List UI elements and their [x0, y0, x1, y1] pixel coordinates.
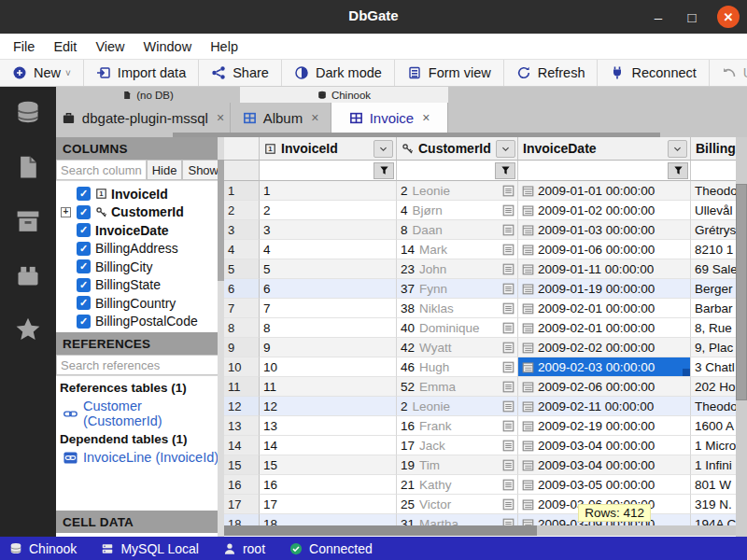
cell-invoicedate[interactable]: 2009-03-04 00:00:00: [518, 455, 691, 475]
cell-customerid[interactable]: 52Emma: [397, 377, 518, 397]
menu-item-window[interactable]: Window: [134, 39, 202, 54]
cell-invoiceid[interactable]: 4: [260, 240, 397, 259]
cell-invoiceid[interactable]: 1: [260, 181, 397, 201]
cell-customerid[interactable]: 46Hugh: [397, 357, 518, 377]
filter-menu-button[interactable]: [374, 162, 394, 179]
row-number-cell[interactable]: 10: [224, 357, 260, 377]
menu-item-file[interactable]: File: [4, 39, 44, 54]
sidebar-database-icon[interactable]: [15, 100, 41, 126]
close-tab-icon[interactable]: ×: [311, 110, 318, 125]
column-header-customerid[interactable]: CustomerId: [397, 137, 518, 161]
row-number-cell[interactable]: 3: [224, 220, 260, 240]
statusbar-item-root[interactable]: root: [223, 541, 265, 556]
column-checkbox[interactable]: ✓: [77, 242, 91, 256]
grid-horizontal-scrollbar[interactable]: [224, 525, 736, 536]
grid-vertical-scrollbar[interactable]: [736, 137, 747, 537]
refresh-button[interactable]: Refresh: [504, 60, 599, 86]
cell-invoiceid[interactable]: 12: [260, 397, 397, 416]
menu-item-help[interactable]: Help: [201, 39, 247, 54]
un-button[interactable]: Un: [710, 60, 747, 86]
cell-customerid[interactable]: 2Leonie: [397, 397, 518, 416]
cell-customerid[interactable]: 40Dominique: [397, 318, 518, 338]
statusbar-item-mysql-local[interactable]: MySQL Local: [101, 541, 199, 556]
cell-invoicedate-selected[interactable]: 2009-02-03 00:00:00: [518, 357, 691, 377]
cell-invoiceid[interactable]: 8: [260, 318, 397, 338]
cell-invoiceid[interactable]: 13: [260, 416, 397, 436]
filter-input-invoiceid[interactable]: [261, 162, 374, 179]
row-number-cell[interactable]: 9: [224, 338, 260, 357]
filter-input-invoicedate[interactable]: [520, 162, 668, 179]
grid-vertical-scrollbar-thumb[interactable]: [736, 184, 747, 400]
left-panel-scrollbar[interactable]: [218, 137, 224, 537]
sidebar-archive-icon[interactable]: [15, 208, 41, 234]
tab-album[interactable]: Album×: [231, 103, 331, 133]
cell-invoiceid[interactable]: 5: [260, 259, 397, 279]
minimize-button[interactable]: –: [650, 9, 667, 25]
cell-invoiceid[interactable]: 6: [260, 279, 397, 299]
cell-invoiceid[interactable]: 10: [260, 357, 397, 377]
filter-menu-button[interactable]: [668, 162, 688, 179]
search-columns-input[interactable]: [56, 160, 147, 180]
cell-invoiceid[interactable]: 17: [260, 495, 397, 514]
new-button[interactable]: New˅: [0, 60, 84, 86]
close-tab-icon[interactable]: ×: [422, 110, 430, 125]
cell-invoicedate[interactable]: 2009-02-19 00:00:00: [518, 416, 691, 436]
close-button[interactable]: ✕: [717, 6, 740, 28]
dark-mode-button[interactable]: Dark mode: [282, 60, 395, 86]
row-number-cell[interactable]: 17: [224, 495, 260, 514]
row-number-cell[interactable]: 4: [224, 240, 260, 259]
cell-invoicedate[interactable]: 2009-01-03 00:00:00: [518, 220, 691, 240]
hide-columns-button[interactable]: Hide: [147, 160, 183, 180]
column-header-invoiceid[interactable]: 1InvoiceId: [260, 137, 397, 161]
cell-customerid[interactable]: 23John: [397, 259, 518, 279]
filter-menu-button[interactable]: [495, 162, 515, 179]
form-view-button[interactable]: Form view: [395, 60, 504, 86]
close-tab-icon[interactable]: ×: [217, 110, 224, 125]
row-number-cell[interactable]: 2: [224, 201, 260, 220]
grid-horizontal-scrollbar-thumb[interactable]: [224, 525, 537, 536]
cell-invoiceid[interactable]: 14: [260, 436, 397, 455]
cell-customerid[interactable]: 38Niklas: [397, 299, 518, 318]
reconnect-button[interactable]: Reconnect: [598, 60, 709, 86]
column-checkbox[interactable]: ✓: [77, 259, 91, 273]
row-number-cell[interactable]: 15: [224, 455, 260, 475]
cell-invoicedate[interactable]: 2009-03-05 00:00:00: [518, 475, 691, 495]
cell-invoiceid[interactable]: 15: [260, 455, 397, 475]
sidebar-star-icon[interactable]: [15, 316, 41, 343]
menu-item-view[interactable]: View: [86, 39, 134, 54]
column-checkbox[interactable]: ✓: [77, 205, 91, 219]
column-menu-button[interactable]: [374, 140, 393, 158]
cell-invoiceid[interactable]: 16: [260, 475, 397, 495]
cell-customerid[interactable]: 42Wyatt: [397, 338, 518, 357]
cell-customerid[interactable]: 4Bjørn: [397, 201, 518, 220]
cell-invoicedate[interactable]: 2009-01-19 00:00:00: [518, 279, 691, 299]
cell-customerid[interactable]: 37Fynn: [397, 279, 518, 299]
sidebar-plugin-icon[interactable]: [15, 262, 41, 288]
column-checkbox[interactable]: ✓: [77, 315, 91, 329]
cell-customerid[interactable]: 25Victor: [397, 495, 518, 514]
tab-invoice[interactable]: Invoice×: [331, 103, 448, 133]
cell-invoicedate[interactable]: 2009-02-01 00:00:00: [518, 299, 691, 318]
cell-invoicedate[interactable]: 2009-02-02 00:00:00: [518, 338, 691, 357]
cell-invoicedate[interactable]: 2009-01-02 00:00:00: [518, 201, 691, 220]
import-data-button[interactable]: Import data: [84, 60, 199, 86]
row-number-cell[interactable]: 16: [224, 475, 260, 495]
row-number-cell[interactable]: 13: [224, 416, 260, 436]
cell-customerid[interactable]: 19Tim: [397, 455, 518, 475]
left-panel-scrollbar-thumb[interactable]: [218, 160, 224, 281]
maximize-button[interactable]: □: [684, 9, 700, 25]
cell-invoicedate[interactable]: 2009-01-06 00:00:00: [518, 240, 691, 259]
column-checkbox[interactable]: ✓: [77, 296, 91, 310]
row-number-cell[interactable]: 6: [224, 279, 260, 299]
menu-item-edit[interactable]: Edit: [44, 39, 86, 54]
cell-invoicedate[interactable]: 2009-02-06 00:00:00: [518, 377, 691, 397]
column-menu-button[interactable]: [496, 140, 515, 158]
row-number-cell[interactable]: 5: [224, 259, 260, 279]
cell-customerid[interactable]: 8Daan: [397, 220, 518, 240]
selection-handle[interactable]: [683, 369, 690, 376]
column-checkbox[interactable]: ✓: [77, 223, 91, 237]
cell-invoiceid[interactable]: 7: [260, 299, 397, 318]
cell-invoiceid[interactable]: 2: [260, 201, 397, 220]
cell-invoiceid[interactable]: 3: [260, 220, 397, 240]
cell-invoicedate[interactable]: 2009-03-04 00:00:00: [518, 436, 691, 455]
